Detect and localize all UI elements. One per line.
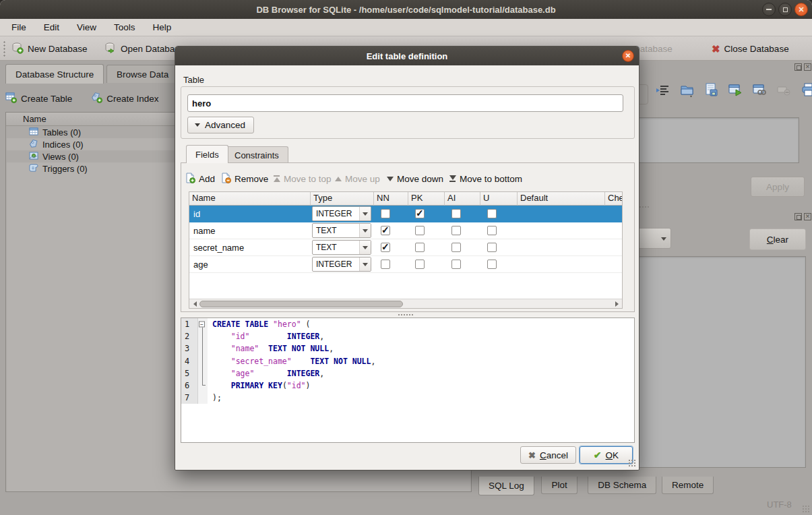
ai-checkbox[interactable] xyxy=(451,260,461,269)
encoding-indicator[interactable]: UTF-8 xyxy=(767,499,792,510)
close-database-button[interactable]: ✖ Close Database xyxy=(712,39,789,58)
nn-checkbox[interactable] xyxy=(381,226,390,235)
window-resize-grip[interactable] xyxy=(802,505,810,513)
ok-button[interactable]: ✔ OK xyxy=(580,446,633,464)
column-header-u[interactable]: U xyxy=(480,192,518,206)
field-default-cell[interactable] xyxy=(518,239,605,255)
column-header-type[interactable]: Type xyxy=(311,192,374,206)
log-dock-close-icon[interactable]: ✕ xyxy=(804,213,811,220)
dock-close-icon[interactable]: ✕ xyxy=(804,63,811,71)
u-checkbox[interactable] xyxy=(487,260,497,269)
field-default-cell[interactable] xyxy=(518,206,605,222)
fold-margin[interactable] xyxy=(198,367,208,380)
tab-constraints[interactable]: Constraints xyxy=(225,146,288,163)
column-header-pk[interactable]: PK xyxy=(408,192,445,206)
table-name-input[interactable]: hero xyxy=(187,94,623,112)
maximize-window-icon[interactable] xyxy=(778,3,792,16)
field-type-combobox[interactable]: INTEGER xyxy=(312,257,371,272)
fold-margin[interactable] xyxy=(198,355,208,367)
menu-view[interactable]: View xyxy=(68,19,105,36)
dialog-resize-grip[interactable] xyxy=(628,459,636,467)
scrollbar-thumb[interactable] xyxy=(199,301,403,307)
field-row-secret_name[interactable]: secret_nameTEXT xyxy=(189,239,622,256)
print-icon[interactable] xyxy=(801,82,812,98)
u-checkbox[interactable] xyxy=(487,226,497,235)
save-sql-file-icon[interactable] xyxy=(704,82,719,98)
menu-file[interactable]: File xyxy=(3,19,35,36)
field-row-age[interactable]: ageINTEGER xyxy=(189,256,622,273)
ai-checkbox[interactable] xyxy=(451,226,461,235)
fold-margin[interactable] xyxy=(198,330,208,342)
field-default-cell[interactable] xyxy=(518,222,605,239)
fold-margin[interactable] xyxy=(198,380,208,392)
menu-edit[interactable]: Edit xyxy=(35,19,68,36)
dialog-titlebar[interactable]: Edit table definition ✕ xyxy=(175,47,639,65)
minimize-window-icon[interactable] xyxy=(762,3,776,16)
open-sql-file-icon[interactable] xyxy=(679,82,695,98)
stop-execution-icon[interactable] xyxy=(776,82,792,98)
move-up-button[interactable]: Move up xyxy=(335,171,380,187)
new-database-button[interactable]: New Database xyxy=(11,39,88,58)
field-type-combobox[interactable]: INTEGER xyxy=(312,206,371,221)
menu-tools[interactable]: Tools xyxy=(105,19,144,36)
move-to-top-button[interactable]: Move to top xyxy=(274,171,332,187)
column-header-nn[interactable]: NN xyxy=(374,192,408,206)
nn-checkbox[interactable] xyxy=(381,209,390,218)
pk-checkbox[interactable] xyxy=(415,226,425,235)
pk-checkbox[interactable] xyxy=(415,209,425,218)
ai-checkbox[interactable] xyxy=(451,209,461,218)
tab-remote[interactable]: Remote xyxy=(662,477,714,494)
apply-button[interactable]: Apply xyxy=(751,177,805,197)
u-checkbox[interactable] xyxy=(487,209,497,218)
tab-sql-log[interactable]: SQL Log xyxy=(478,477,534,495)
field-default-cell[interactable] xyxy=(518,256,605,272)
add-button[interactable]: Add xyxy=(185,171,215,187)
ai-checkbox[interactable] xyxy=(451,243,461,252)
u-checkbox[interactable] xyxy=(487,243,497,252)
field-check-cell[interactable] xyxy=(605,256,623,272)
create-index-button[interactable]: Create Index xyxy=(91,90,158,107)
pk-checkbox[interactable] xyxy=(415,260,425,269)
scroll-right-icon[interactable] xyxy=(613,299,622,309)
fields-table-hscrollbar[interactable] xyxy=(189,299,622,308)
execute-sql-icon[interactable] xyxy=(728,82,743,98)
close-window-icon[interactable]: ✕ xyxy=(794,3,808,16)
tab-browse-data[interactable]: Browse Data xyxy=(106,65,179,83)
tab-db-schema[interactable]: DB Schema xyxy=(588,477,656,494)
field-type-combobox[interactable]: TEXT xyxy=(312,223,371,238)
move-to-bottom-button[interactable]: Move to bottom xyxy=(449,171,522,187)
format-sql-icon[interactable] xyxy=(655,82,670,98)
fold-margin[interactable] xyxy=(198,392,208,404)
field-row-id[interactable]: idINTEGER xyxy=(189,206,622,222)
dialog-close-icon[interactable]: ✕ xyxy=(622,50,634,62)
column-header-default[interactable]: Default xyxy=(518,192,605,206)
dock-float-icon[interactable] xyxy=(794,63,802,71)
column-header-check[interactable]: Check xyxy=(605,192,623,206)
fold-collapse-icon[interactable]: − xyxy=(199,322,205,328)
log-dock-float-icon[interactable] xyxy=(794,213,802,220)
field-check-cell[interactable] xyxy=(605,239,623,255)
column-header-ai[interactable]: AI xyxy=(445,192,480,206)
open-linked-icon[interactable] xyxy=(752,82,768,98)
nn-checkbox[interactable] xyxy=(381,243,390,252)
pk-checkbox[interactable] xyxy=(415,243,425,252)
advanced-toggle-button[interactable]: Advanced xyxy=(187,117,254,133)
tab-plot[interactable]: Plot xyxy=(541,477,577,494)
remove-button[interactable]: Remove xyxy=(220,171,268,187)
dock-splitter-grip[interactable] xyxy=(639,206,650,208)
field-row-name[interactable]: nameTEXT xyxy=(189,222,622,239)
field-check-cell[interactable] xyxy=(605,206,623,222)
clear-log-button[interactable]: Clear xyxy=(749,229,806,250)
scroll-left-icon[interactable] xyxy=(189,299,199,309)
menu-help[interactable]: Help xyxy=(144,19,181,36)
create-table-button[interactable]: Create Table xyxy=(5,90,72,107)
nn-checkbox[interactable] xyxy=(381,260,390,269)
move-down-button[interactable]: Move down xyxy=(387,171,443,187)
fold-margin[interactable]: − xyxy=(198,318,208,330)
field-check-cell[interactable] xyxy=(605,222,623,239)
window-titlebar[interactable]: DB Browser for SQLite - /home/user/code/… xyxy=(0,0,812,19)
dialog-splitter-grip[interactable] xyxy=(398,313,414,316)
tab-database-structure[interactable]: Database Structure xyxy=(5,64,104,84)
column-header-name[interactable]: Name xyxy=(189,192,311,206)
fold-margin[interactable] xyxy=(198,342,208,355)
